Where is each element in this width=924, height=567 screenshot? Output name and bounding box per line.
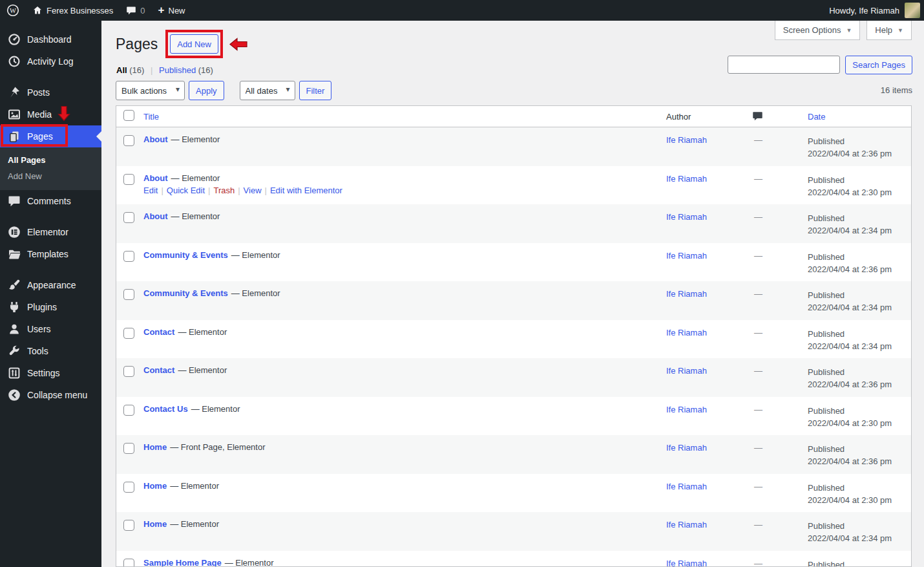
row-author-cell: Ife Riamah [666,204,752,243]
author-link[interactable]: Ife Riamah [666,366,707,376]
page-title-link[interactable]: Home [143,481,167,491]
row-date: 2022/04/04 at 2:30 pm [808,417,911,429]
row-date: 2022/04/04 at 2:36 pm [808,263,911,275]
sidebar-item-collapse[interactable]: Collapse menu [0,384,101,406]
row-checkbox[interactable] [123,212,134,223]
adminbar-new[interactable]: + New [152,0,192,21]
row-checkbox[interactable] [123,328,134,339]
row-status: Published [808,174,911,186]
sidebar-item-settings[interactable]: Settings [0,362,101,384]
wordpress-logo-icon[interactable]: W [0,0,26,21]
author-link[interactable]: Ife Riamah [666,482,707,491]
row-comments-cell: — [752,166,808,205]
author-link[interactable]: Ife Riamah [666,328,707,337]
posts-icon [8,86,21,99]
row-author-cell: Ife Riamah [666,358,752,397]
sidebar-item-pages[interactable]: Pages [0,125,101,147]
row-date: 2022/04/04 at 2:36 pm [808,378,911,390]
view-published[interactable]: Published (16) [159,65,213,75]
apply-button[interactable]: Apply [189,81,224,100]
filter-button[interactable]: Filter [299,81,332,100]
screen-options-button[interactable]: Screen Options ▼ [775,21,861,40]
row-checkbox[interactable] [123,289,134,300]
adminbar-account[interactable]: Howdy, Ife Riamah [829,3,924,18]
page-title-meta: — Elementor [191,404,240,414]
sidebar-item-media[interactable]: Media [0,103,101,125]
row-action-edit-with-elementor[interactable]: Edit with Elementor [270,186,342,195]
search-pages-button[interactable]: Search Pages [845,56,912,74]
sidebar-item-appearance[interactable]: Appearance [0,274,101,296]
page-title-link[interactable]: About [143,134,168,144]
page-title-link[interactable]: Community & Events [143,250,228,260]
search-input[interactable] [728,56,840,74]
page-title-link[interactable]: Contact [143,365,174,375]
row-status: Published [808,135,911,147]
author-link[interactable]: Ife Riamah [666,212,707,222]
page-title-link[interactable]: Contact [143,327,174,337]
sidebar-item-elementor[interactable]: Elementor [0,221,101,243]
row-date-cell: Published2022/04/04 at 2:36 pm [808,243,911,282]
table-row: Contact— ElementorIfe Riamah—Published20… [116,320,911,359]
row-action-trash[interactable]: Trash [213,186,235,195]
author-link[interactable]: Ife Riamah [666,443,707,453]
author-link[interactable]: Ife Riamah [666,135,707,145]
author-link[interactable]: Ife Riamah [666,520,707,530]
page-title-link[interactable]: Sample Home Page [143,558,222,567]
sidebar-item-tools[interactable]: Tools [0,340,101,362]
help-button[interactable]: Help ▼ [866,21,912,40]
view-all[interactable]: All (16) [116,65,144,75]
row-date-cell: Published [808,551,911,567]
submenu-item-all-pages[interactable]: All Pages [0,152,101,168]
sidebar-item-label: Collapse menu [27,390,87,400]
page-title-link[interactable]: About [143,211,168,221]
sidebar-item-plugins[interactable]: Plugins [0,296,101,318]
page-title-link[interactable]: Contact Us [143,404,188,414]
row-checkbox-cell [116,435,140,474]
page-title-link[interactable]: Community & Events [143,288,228,298]
select-all-checkbox[interactable] [123,110,134,121]
page-title-link[interactable]: About [143,173,168,183]
sidebar-item-templates[interactable]: Templates [0,243,101,265]
row-checkbox-cell [116,243,140,282]
row-action-edit[interactable]: Edit [143,186,158,195]
adminbar-comments[interactable]: 0 [120,0,151,21]
row-checkbox[interactable] [123,135,134,146]
row-checkbox-cell [116,320,140,359]
author-link[interactable]: Ife Riamah [666,174,707,184]
row-comments-cell: — [752,435,808,474]
sidebar-item-users[interactable]: Users [0,318,101,340]
row-checkbox[interactable] [123,443,134,454]
column-header-title[interactable]: Title [140,112,666,122]
site-link[interactable]: Ferex Businesses [26,0,120,21]
sidebar-item-posts[interactable]: Posts [0,81,101,103]
dates-filter-select[interactable]: All dates [240,81,295,100]
row-checkbox[interactable] [123,405,134,416]
page-title-meta: — Elementor [171,173,220,183]
author-link[interactable]: Ife Riamah [666,559,707,567]
add-new-button[interactable]: Add New [170,34,218,54]
row-checkbox[interactable] [123,366,134,377]
row-action-quick-edit[interactable]: Quick Edit [167,186,205,195]
author-link[interactable]: Ife Riamah [666,289,707,299]
author-link[interactable]: Ife Riamah [666,405,707,414]
row-checkbox[interactable] [123,520,134,531]
row-checkbox[interactable] [123,174,134,185]
author-link[interactable]: Ife Riamah [666,251,707,261]
sidebar-item-activity-log[interactable]: Activity Log [0,50,101,72]
sidebar-item-dashboard[interactable]: Dashboard [0,28,101,50]
row-action-view[interactable]: View [244,186,262,195]
page-title-link[interactable]: Home [143,519,167,529]
sidebar-item-label: Tools [27,346,48,356]
items-count: 16 items [881,85,912,95]
row-title-cell: Contact— Elementor [140,320,666,359]
row-status: Published [808,520,911,532]
column-header-date[interactable]: Date [808,112,911,122]
page-title-link[interactable]: Home [143,442,167,452]
submenu-item-add-new[interactable]: Add New [0,168,101,184]
row-checkbox[interactable] [123,559,134,567]
sidebar-item-comments[interactable]: Comments [0,190,101,212]
bulk-actions-select[interactable]: Bulk actions [116,81,185,100]
row-checkbox[interactable] [123,251,134,262]
row-checkbox[interactable] [123,482,134,493]
row-date-cell: Published2022/04/04 at 2:30 pm [808,397,911,436]
